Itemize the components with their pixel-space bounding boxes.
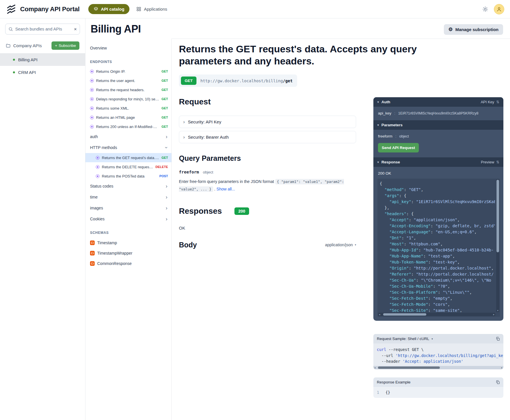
show-all-link[interactable]: Show all... [217,187,235,191]
vertical-scrollbar[interactable]: ▾ [496,179,499,312]
theme-toggle-button[interactable] [482,6,488,12]
param-row: freeform object [179,169,356,175]
schemas-section-label: SCHEMAS [85,224,171,238]
endpoint-label: Returns the GET request's data. A... [102,156,159,160]
endpoint-nav-item[interactable]: Returns some XML.GET [85,104,171,113]
chevron-right-icon: › [166,184,167,189]
auth-scheme-select[interactable]: API Key ⇅ [481,100,499,104]
freeform-type[interactable]: object [399,134,409,138]
schema-item[interactable]: {}CommonResponse [85,258,171,269]
endpoints-list: Returns Origin IP.GETReturns the user ag… [85,67,171,131]
method-label: GET [161,79,168,82]
scroll-left-arrow-icon[interactable]: ◂ [374,366,376,369]
nav-group-cookies[interactable]: Cookies› [85,213,171,224]
chevron-right-icon: › [183,135,185,140]
method-label: POST [159,174,168,178]
scrollbar-thumb[interactable] [496,180,499,252]
auth-section-body: api_key : 1EiR71r6SVlMlScYeqHxvu9mI0rzSK… [373,107,503,120]
search-input[interactable] [15,27,72,31]
auth-section-header[interactable]: ▾ Auth API Key ⇅ [373,97,503,107]
nav-group-auth[interactable]: auth › [85,131,171,142]
company-apis-group: Company APIs + Subscribe [0,41,85,50]
api-label: CRM API [18,70,36,75]
endpoint-nav-item[interactable]: Returns the POSTed dataPOST [85,171,171,181]
param-name: freeform [179,170,199,174]
endpoint-nav-item[interactable]: Returns 200 unless an If-Modified-Si...G… [85,122,171,131]
security-api-key[interactable]: › Security: API Key [179,116,356,128]
clear-search-icon[interactable]: × [74,27,77,32]
request-sample-header[interactable]: Request Sample: Shell / cURL ▾ [373,334,503,343]
send-api-request-button[interactable]: Send API Request [378,143,419,152]
response-example-body: 1 {} [373,387,503,398]
security-bearer-auth[interactable]: › Security: Bearer Auth [179,131,356,143]
scroll-down-arrow-icon[interactable]: ▾ [496,309,499,312]
logo-icon[interactable] [6,4,17,15]
method-label: GET [161,106,168,110]
scrollbar-thumb[interactable] [378,366,440,369]
api-key-value[interactable]: 1EiR71r6SVlMlScYeqHxvu9mI0rzSKa8P5KRRzy8 [398,111,478,115]
endpoint-nav-item[interactable]: Returns the user agent.GET [85,76,171,85]
http-methods-children: Returns the GET request's data. A...GETR… [85,153,171,181]
chevron-right-icon: › [166,194,167,200]
endpoint-label: Returns 200 unless an If-Modified-Si... [96,125,159,129]
response-example-header: Response Example [373,377,503,387]
nav-api-catalog[interactable]: API catalog [88,4,130,14]
response-section-header[interactable]: ▾ Response Preview ⇅ [373,157,503,167]
endpoint-url: http://gw.docker.localhost/billing/get [200,79,293,83]
scrollbar-thumb[interactable] [383,313,426,316]
nav-applications[interactable]: Applications [133,4,170,14]
operation-target-icon [90,88,94,92]
api-key-label: api_key [378,111,391,115]
main-body: Overview ENDPOINTS Returns Origin IP.GET… [85,39,510,420]
nav-group-images[interactable]: images› [85,203,171,213]
line-number: 1 [377,390,379,395]
curl-code: curl --request GET \ --url 'http://gw.do… [373,343,503,366]
api-playground: ▾ Auth API Key ⇅ api_key : [373,97,503,321]
schema-item[interactable]: {}TimestampWrapper [85,248,171,258]
nav-group-time[interactable]: time› [85,192,171,203]
horizontal-scrollbar[interactable]: ◂ ▸ [378,313,495,316]
parameters-section-header[interactable]: ▾ Parameters [373,120,503,130]
method-label: GET [161,156,168,159]
operation-target-icon [90,70,94,73]
subscribe-button[interactable]: + Subscribe [51,41,79,50]
method-label: GET [161,88,168,91]
scroll-right-arrow-icon[interactable]: ▸ [501,366,503,369]
copy-icon[interactable] [496,380,500,384]
user-avatar[interactable] [494,4,504,14]
endpoint-nav-item[interactable]: Returns the request headers.GET [85,85,171,94]
endpoint-nav-item[interactable]: Delays responding for min(n, 10) sec...G… [85,94,171,104]
endpoint-label: Returns an HTML page [96,115,159,120]
schema-item[interactable]: {}Timestamp [85,238,171,248]
response-json-code: { "method": "GET", "args": { "api_key": … [380,181,495,312]
endpoint-nav-item[interactable]: Returns Origin IP.GET [85,67,171,76]
sidebar-api-item[interactable]: CRM API [0,66,85,79]
sidebar-api-item[interactable]: Billing API [0,53,85,66]
manage-subscription-button[interactable]: ⚙ Manage subscription [444,24,503,35]
top-right [482,4,504,14]
api-doc-nav: Overview ENDPOINTS Returns Origin IP.GET… [85,39,172,420]
parameters-section-body: freeform : object Send API Request [373,130,503,157]
sample-horizontal-scrollbar[interactable]: ◂ ▸ [373,366,503,369]
endpoint-nav-item[interactable]: Returns the DELETE request's ...DELETE [85,162,171,171]
nav-group-status-codes[interactable]: Status codes› [85,181,171,192]
response-description: OK [179,226,356,230]
content-type-select[interactable]: application/json ▾ [325,243,356,247]
method-label: DELETE [156,165,168,169]
playground-column: ▾ Auth API Key ⇅ api_key : [373,97,503,398]
doc-area: Returns the GET request's data. Accepts … [172,39,510,420]
endpoint-label: Delays responding for min(n, 10) sec... [96,97,159,101]
page-layout: × Company APIs + Subscribe Billing APICR… [0,18,510,420]
endpoint-label: Returns the DELETE request's ... [102,165,153,169]
nav-group-http-methods[interactable]: HTTP methods › [85,142,171,153]
response-view-select[interactable]: Preview ⇅ [481,160,499,164]
api-label: Billing API [18,57,38,62]
endpoint-nav-item[interactable]: Returns the GET request's data. A...GET [85,153,171,162]
copy-icon[interactable] [496,337,500,341]
nav-overview[interactable]: Overview [85,43,171,54]
endpoint-nav-item[interactable]: Returns an HTML pageGET [85,113,171,122]
endpoint-url-bar: GET http://gw.docker.localhost/billing/g… [179,75,297,87]
status-200-badge[interactable]: 200 [234,207,249,215]
scroll-left-arrow-icon[interactable]: ◂ [379,313,380,316]
scroll-right-arrow-icon[interactable]: ▸ [493,313,494,316]
